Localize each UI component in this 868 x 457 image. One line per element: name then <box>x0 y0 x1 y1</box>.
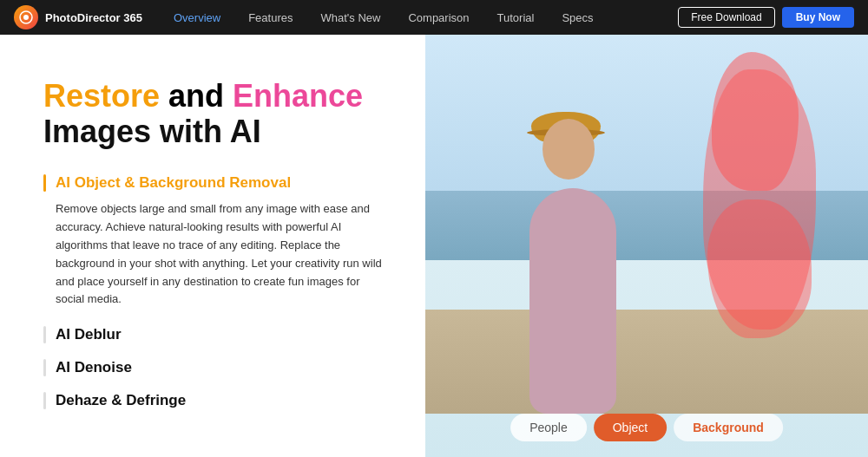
nav-links: Overview Features What's New Comparison … <box>160 0 678 35</box>
person-head <box>542 119 595 180</box>
nav-comparison[interactable]: Comparison <box>394 0 483 35</box>
main-content: Restore and Enhance Images with AI AI Ob… <box>0 35 868 457</box>
person-body <box>529 188 616 414</box>
headline-line2: Images with AI <box>43 114 382 150</box>
nav-actions: Free Download Buy Now <box>678 7 854 28</box>
nav-features[interactable]: Features <box>234 0 306 35</box>
headline-restore: Restore <box>43 78 160 114</box>
headline-and: and <box>160 78 233 114</box>
tab-people-button[interactable]: People <box>510 414 587 441</box>
free-download-button[interactable]: Free Download <box>678 7 774 28</box>
svg-point-1 <box>23 15 29 20</box>
nav-specs[interactable]: Specs <box>548 0 607 35</box>
active-feature-section: AI Object & Background Removal Remove ob… <box>43 174 382 309</box>
feature-deblur[interactable]: AI Deblur <box>43 326 382 343</box>
navbar: PhotoDirector 365 Overview Features What… <box>0 0 868 35</box>
person-ghost-figure <box>703 69 816 330</box>
nav-logo[interactable]: PhotoDirector 365 <box>14 5 142 29</box>
ghost-blob-lower <box>707 199 812 338</box>
tab-object-button[interactable]: Object <box>594 414 667 441</box>
nav-whats-new[interactable]: What's New <box>306 0 394 35</box>
feature-denoise[interactable]: AI Denoise <box>43 359 382 376</box>
nav-tutorial[interactable]: Tutorial <box>483 0 549 35</box>
image-tabs: People Object Background <box>510 414 783 441</box>
logo-icon <box>14 5 38 29</box>
person-main-figure <box>512 119 634 414</box>
nav-overview[interactable]: Overview <box>160 0 234 35</box>
right-panel: People Object Background <box>425 35 868 457</box>
headline-line1: Restore and Enhance <box>43 78 382 114</box>
tab-background-button[interactable]: Background <box>674 414 783 441</box>
feature-dehaze[interactable]: Dehaze & Defringe <box>43 392 382 409</box>
active-feature-title[interactable]: AI Object & Background Removal <box>43 174 382 192</box>
buy-now-button[interactable]: Buy Now <box>782 7 854 28</box>
left-panel: Restore and Enhance Images with AI AI Ob… <box>0 35 425 457</box>
headline-enhance: Enhance <box>233 78 363 114</box>
active-feature-description: Remove objects large and small from any … <box>43 200 382 309</box>
logo-text: PhotoDirector 365 <box>45 11 142 24</box>
